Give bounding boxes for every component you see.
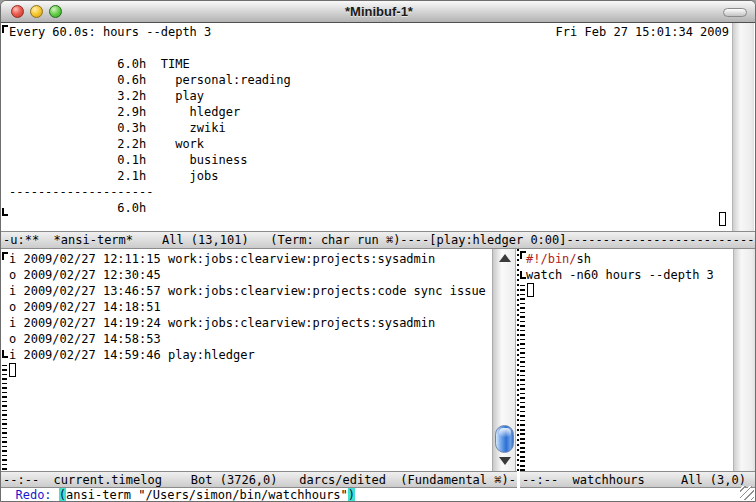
minibuffer[interactable]: Redo: (ansi-term "/Users/simon/bin/watch… [1, 488, 756, 502]
timelog-line: i 2009/02/27 14:19:24 work:jobs:clearvie… [9, 315, 486, 331]
report-line: -------------------- [9, 184, 291, 200]
window-title: *Minibuf-1* [1, 4, 756, 19]
ansi-term-window[interactable]: Every 60.0s: hours --depth 3 Fri Feb 27 … [1, 23, 756, 231]
empty-lines-fringe [2, 365, 7, 471]
buffer-top-indicator-icon [2, 25, 8, 33]
scrollbar-thumb[interactable] [495, 425, 514, 453]
script-text: #!/bin/shwatch -n60 hours --depth 3 [526, 251, 714, 283]
timelog-line: o 2009/02/27 14:18:51 [9, 299, 486, 315]
report-line: 6.0h TIME [9, 56, 291, 72]
toolbar-toggle-button[interactable] [723, 8, 747, 17]
scroll-up-arrow-icon[interactable] [499, 254, 511, 262]
minibuffer-expression: ansi-term "/Users/simon/bin/watchhours" [66, 488, 348, 502]
hours-report: 6.0h TIME 0.6h personal:reading 3.2h pla… [9, 56, 291, 216]
titlebar[interactable]: *Minibuf-1* [1, 1, 756, 23]
minibuffer-prompt: Redo: [15, 488, 58, 502]
matched-close-paren: ) [348, 488, 355, 502]
report-line: 2.1h jobs [9, 168, 291, 184]
report-line: 3.2h play [9, 88, 291, 104]
report-line: 2.2h work [9, 136, 291, 152]
scroll-down-arrow-icon[interactable] [499, 457, 511, 465]
timelog-line: o 2009/02/27 14:58:53 [9, 331, 486, 347]
buffer-end-indicator-icon [2, 350, 8, 358]
report-line: 0.1h business [9, 152, 291, 168]
top-window-scrollbar[interactable] [732, 23, 754, 231]
resize-grip[interactable] [740, 486, 754, 500]
shebang-rest: sh [577, 252, 591, 266]
buffer-end-indicator-icon [520, 271, 526, 279]
emacs-frame: *Minibuf-1* Every 60.0s: hours --depth 3… [0, 0, 756, 502]
modeline-timelog[interactable]: --:-- current.timelog Bot (3726,0) darcs… [1, 471, 517, 488]
watchhours-window[interactable]: #!/bin/shwatch -n60 hours --depth 3 [519, 249, 733, 471]
shebang-line: #!/bin/sh [526, 251, 714, 267]
buffer-top-indicator-icon [2, 252, 8, 260]
timelog-scrollbar[interactable] [492, 249, 516, 471]
timelog-line: i 2009/02/27 13:46:57 work:jobs:clearvie… [9, 283, 486, 299]
modeline-watchhours[interactable]: --:-- watchhours All (3,0) [520, 471, 756, 488]
report-line: 2.9h hledger [9, 104, 291, 120]
watch-header: Every 60.0s: hours --depth 3 Fri Feb 27 … [9, 24, 729, 40]
timelog-window[interactable]: i 2009/02/27 12:11:15 work:jobs:clearvie… [1, 249, 492, 471]
matched-open-paren: ( [59, 488, 66, 502]
buffer-end-indicator-icon [2, 208, 8, 216]
report-line: 0.3h zwiki [9, 120, 291, 136]
modeline-ansi-term[interactable]: -u:** *ansi-term* All (13,101) (Term: ch… [1, 231, 756, 249]
watch-timestamp: Fri Feb 27 15:01:34 2009 [556, 24, 729, 40]
timelog-line: i 2009/02/27 14:59:46 play:hledger [9, 347, 486, 363]
report-line: 6.0h [9, 200, 291, 216]
empty-lines-fringe [520, 285, 525, 471]
watch-command-text: Every 60.0s: hours --depth 3 [9, 24, 211, 40]
report-line: 0.6h personal:reading [9, 72, 291, 88]
shebang-highlight: #!/bin/ [526, 252, 577, 266]
timelog-text: i 2009/02/27 12:11:15 work:jobs:clearvie… [9, 251, 486, 363]
watchhours-scrollbar[interactable] [733, 249, 755, 471]
script-cursor [527, 283, 534, 297]
timelog-line: o 2009/02/27 12:30:45 [9, 267, 486, 283]
term-cursor [719, 212, 726, 226]
script-line: watch -n60 hours --depth 3 [526, 267, 714, 283]
timelog-line: i 2009/02/27 12:11:15 work:jobs:clearvie… [9, 251, 486, 267]
timelog-cursor [9, 363, 16, 377]
